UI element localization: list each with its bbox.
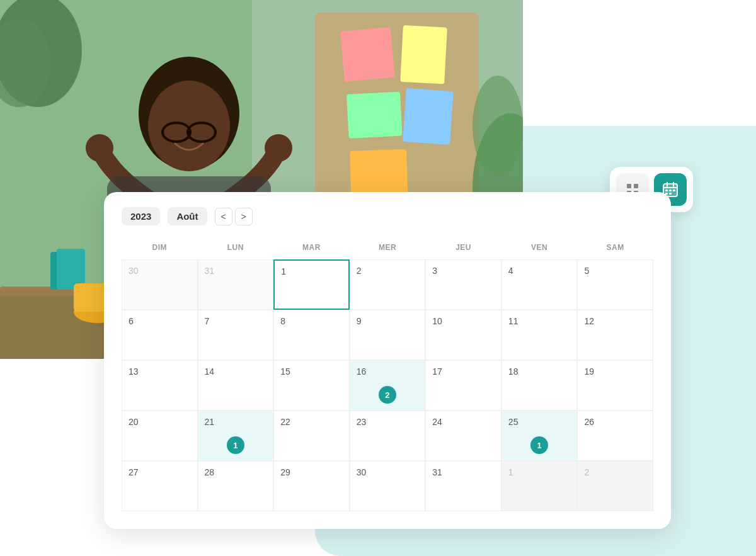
event-badge: 2 bbox=[379, 386, 396, 404]
day-header: MER bbox=[350, 238, 426, 259]
cell-date: 2 bbox=[357, 266, 362, 276]
calendar-cell[interactable]: 17 bbox=[425, 360, 501, 411]
calendar-cell[interactable]: 251 bbox=[501, 411, 578, 461]
cell-date: 11 bbox=[508, 316, 518, 326]
calendar-cell[interactable]: 162 bbox=[350, 360, 426, 411]
cell-date: 1 bbox=[281, 266, 286, 276]
cell-date: 8 bbox=[280, 316, 285, 326]
calendar-cell[interactable]: 26 bbox=[577, 411, 653, 461]
cell-date: 22 bbox=[280, 417, 290, 427]
svg-rect-7 bbox=[346, 92, 403, 139]
prev-month-button[interactable]: < bbox=[215, 208, 232, 225]
cell-date: 7 bbox=[205, 316, 210, 326]
calendar-cell[interactable]: 28 bbox=[198, 461, 274, 511]
calendar-cell[interactable]: 6 bbox=[122, 310, 198, 360]
calendar-cell[interactable]: 8 bbox=[273, 310, 350, 360]
svg-point-23 bbox=[86, 134, 113, 162]
calendar-cell[interactable]: 10 bbox=[425, 310, 501, 360]
calendar-cell[interactable]: 23 bbox=[350, 411, 426, 461]
cell-date: 29 bbox=[280, 467, 290, 477]
svg-rect-35 bbox=[665, 190, 668, 191]
calendar-cell[interactable]: 29 bbox=[273, 461, 350, 511]
cell-date: 3 bbox=[432, 266, 437, 276]
svg-point-24 bbox=[265, 134, 292, 162]
calendar-cell[interactable]: 30 bbox=[122, 259, 198, 310]
calendar-cell[interactable]: 5 bbox=[577, 259, 653, 310]
cell-date: 6 bbox=[129, 316, 134, 326]
cell-date: 30 bbox=[129, 266, 139, 276]
svg-rect-5 bbox=[340, 27, 395, 82]
calendar-nav: < > bbox=[215, 208, 253, 225]
cell-date: 18 bbox=[508, 366, 518, 377]
cell-date: 14 bbox=[205, 366, 215, 377]
svg-rect-26 bbox=[627, 184, 631, 188]
svg-point-19 bbox=[148, 81, 230, 171]
calendar-header: 2023 Août < > bbox=[122, 207, 653, 225]
calendar-cell[interactable]: 2 bbox=[577, 461, 653, 511]
svg-rect-8 bbox=[403, 88, 454, 145]
day-header: MAR bbox=[273, 238, 350, 259]
svg-point-11 bbox=[472, 76, 523, 176]
calendar-cell[interactable]: 19 bbox=[577, 360, 653, 411]
day-header: LUN bbox=[198, 238, 274, 259]
calendar-cell[interactable]: 15 bbox=[273, 360, 350, 411]
cell-date: 1 bbox=[508, 467, 513, 477]
event-badge: 1 bbox=[530, 436, 548, 454]
cell-date: 12 bbox=[584, 316, 594, 326]
calendar-cell[interactable]: 14 bbox=[198, 360, 274, 411]
calendar-cell[interactable]: 12 bbox=[577, 310, 653, 360]
calendar-card: 2023 Août < > DIMLUNMARMERJEUVENSAM30311… bbox=[104, 192, 671, 529]
svg-rect-6 bbox=[400, 25, 447, 84]
cell-date: 24 bbox=[432, 417, 442, 427]
cell-date: 25 bbox=[508, 417, 518, 427]
calendar-cell[interactable]: 27 bbox=[122, 461, 198, 511]
cell-date: 21 bbox=[205, 417, 215, 427]
cell-date: 26 bbox=[584, 417, 594, 427]
svg-rect-27 bbox=[634, 184, 638, 188]
cell-date: 23 bbox=[357, 417, 367, 427]
svg-rect-37 bbox=[673, 190, 675, 191]
day-header: DIM bbox=[122, 238, 198, 259]
cell-date: 16 bbox=[357, 366, 367, 377]
calendar-cell[interactable]: 24 bbox=[425, 411, 501, 461]
calendar-month: Août bbox=[168, 207, 207, 225]
calendar-cell[interactable]: 1 bbox=[273, 259, 350, 310]
cell-date: 31 bbox=[432, 467, 442, 477]
calendar-cell[interactable]: 30 bbox=[350, 461, 426, 511]
cell-date: 15 bbox=[280, 366, 290, 377]
event-badge: 1 bbox=[227, 436, 244, 454]
svg-rect-9 bbox=[350, 149, 408, 198]
calendar-cell[interactable]: 2 bbox=[350, 259, 426, 310]
calendar-cell[interactable]: 13 bbox=[122, 360, 198, 411]
next-month-button[interactable]: > bbox=[235, 208, 253, 225]
cell-date: 13 bbox=[129, 366, 139, 377]
cell-date: 17 bbox=[432, 366, 442, 377]
calendar-cell[interactable]: 4 bbox=[501, 259, 578, 310]
calendar-cell[interactable]: 18 bbox=[501, 360, 578, 411]
day-header: JEU bbox=[425, 238, 501, 259]
cell-date: 2 bbox=[584, 467, 589, 477]
calendar-cell[interactable]: 31 bbox=[425, 461, 501, 511]
cell-date: 27 bbox=[129, 467, 139, 477]
calendar-year: 2023 bbox=[122, 207, 160, 225]
day-header: VEN bbox=[501, 238, 578, 259]
cell-date: 31 bbox=[205, 266, 215, 276]
cell-date: 10 bbox=[432, 316, 442, 326]
calendar-cell[interactable]: 7 bbox=[198, 310, 274, 360]
cell-date: 20 bbox=[129, 417, 139, 427]
calendar-cell[interactable]: 22 bbox=[273, 411, 350, 461]
calendar-grid: DIMLUNMARMERJEUVENSAM3031123456789101112… bbox=[122, 238, 653, 511]
calendar-cell[interactable]: 31 bbox=[198, 259, 274, 310]
day-header: SAM bbox=[577, 238, 653, 259]
calendar-cell[interactable]: 9 bbox=[350, 310, 426, 360]
calendar-cell[interactable]: 3 bbox=[425, 259, 501, 310]
cell-date: 19 bbox=[584, 366, 594, 377]
calendar-cell[interactable]: 211 bbox=[198, 411, 274, 461]
cell-date: 5 bbox=[584, 266, 589, 276]
cell-date: 28 bbox=[205, 467, 215, 477]
cell-date: 4 bbox=[508, 266, 513, 276]
calendar-cell[interactable]: 20 bbox=[122, 411, 198, 461]
svg-rect-39 bbox=[669, 193, 672, 195]
calendar-cell[interactable]: 11 bbox=[501, 310, 578, 360]
calendar-cell[interactable]: 1 bbox=[501, 461, 578, 511]
